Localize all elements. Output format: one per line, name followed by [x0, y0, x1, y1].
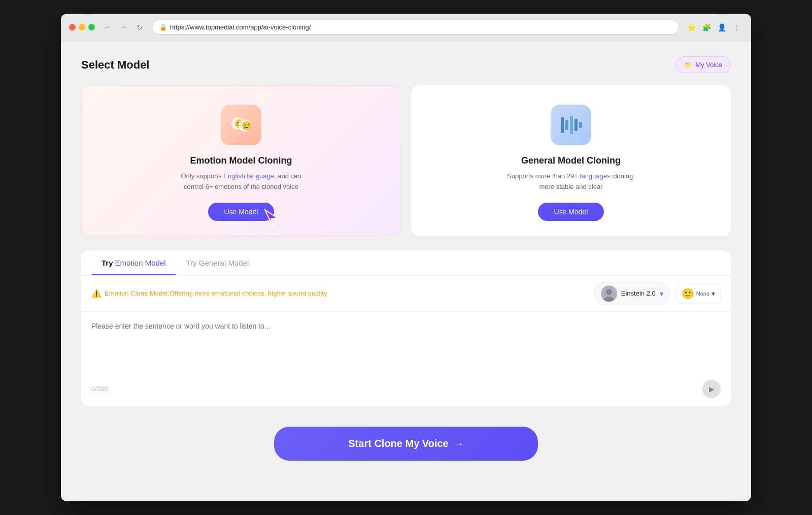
svg-rect-5 [565, 120, 568, 130]
general-tab-label: Try General Model [186, 259, 249, 267]
general-desc-prefix: Supports more than [507, 172, 567, 180]
start-clone-arrow: → [454, 438, 464, 449]
bookmark-icon[interactable]: ⭐ [685, 21, 697, 34]
char-counter: 0/200 [91, 385, 108, 393]
microphone-icon: 📁 [684, 61, 692, 69]
emotion-label: None [696, 291, 709, 297]
text-area-section[interactable] [81, 312, 731, 375]
start-clone-button[interactable]: Start Clone My Voice → [274, 427, 538, 461]
emotion-emoji: 🙂 [682, 287, 694, 300]
traffic-lights [69, 24, 95, 30]
svg-rect-7 [574, 119, 578, 131]
minimize-button[interactable] [79, 24, 85, 30]
svg-rect-4 [561, 117, 564, 133]
general-card-icon [551, 105, 591, 145]
tool-bar: ⚠️ Emotion Clone Model:Offering more emo… [81, 276, 731, 312]
warning-icon: ⚠️ [91, 288, 101, 298]
menu-icon[interactable]: ⋮ [731, 21, 743, 34]
emotion-desc-highlight: English language [223, 172, 274, 180]
general-desc-highlight: 29+ languages [567, 172, 611, 180]
voice-avatar [601, 285, 617, 302]
maximize-button[interactable] [88, 24, 95, 30]
browser-nav: ← → ↻ [101, 21, 146, 34]
emotion-selector[interactable]: 🙂 None ▾ [676, 284, 721, 303]
emotion-card-title: Emotion Model Cloning [190, 155, 292, 166]
profile-icon[interactable]: 👤 [716, 21, 728, 34]
emotion-use-model-button[interactable]: Use Model [208, 203, 275, 221]
svg-point-10 [606, 289, 612, 295]
page-title: Select Model [81, 58, 149, 72]
browser-actions: ⭐ 🧩 👤 ⋮ [685, 21, 743, 34]
emotion-card-desc: Only supports English language, and can … [175, 171, 307, 192]
bottom-action: Start Clone My Voice → [81, 416, 731, 466]
general-card-desc: Supports more than 29+ languages cloning… [505, 171, 637, 192]
model-cards: 😊 😢 Emotion Model Cloning Only supports … [81, 85, 731, 236]
tabs-header: Try Emotion Model Try General Model [81, 250, 731, 276]
emotion-dropdown-icon: ▾ [712, 289, 715, 298]
emotion-tab-name: Emotion Model [115, 259, 166, 267]
svg-text:😢: 😢 [242, 121, 252, 131]
page-content: Select Model 📁 My Voice 😊 😢 [61, 41, 751, 501]
lock-icon: 🔒 [159, 24, 167, 31]
my-voice-button[interactable]: 📁 My Voice [675, 56, 731, 73]
emotion-card-icon: 😊 😢 [221, 105, 261, 145]
close-button[interactable] [69, 24, 76, 30]
voice-selector[interactable]: Einstein 2.0 ▾ [594, 282, 670, 305]
back-button[interactable]: ← [101, 21, 113, 34]
tabs-body: ⚠️ Emotion Clone Model:Offering more emo… [81, 276, 731, 406]
general-model-tab[interactable]: Try General Model [176, 250, 259, 275]
emotion-use-model-container: Use Model [208, 203, 275, 221]
emotion-model-card[interactable]: 😊 😢 Emotion Model Cloning Only supports … [81, 85, 401, 236]
page-header: Select Model 📁 My Voice [81, 56, 731, 73]
svg-rect-8 [579, 122, 582, 128]
play-button[interactable]: ▶ [702, 380, 721, 398]
refresh-button[interactable]: ↻ [133, 21, 146, 34]
char-counter-row: 0/200 ▶ [81, 375, 731, 406]
try-emotion-label: Try [101, 259, 113, 267]
text-input[interactable] [91, 322, 721, 363]
tabs-section: Try Emotion Model Try General Model ⚠️ E… [81, 250, 731, 406]
start-clone-label: Start Clone My Voice [348, 438, 448, 449]
general-card-title: General Model Cloning [521, 155, 621, 166]
info-badge: ⚠️ Emotion Clone Model:Offering more emo… [91, 288, 588, 298]
browser-window: ← → ↻ 🔒 https://www.topmediai.com/app/ai… [61, 14, 751, 501]
address-bar[interactable]: 🔒 https://www.topmediai.com/app/ai-voice… [152, 20, 679, 35]
general-use-model-button[interactable]: Use Model [538, 203, 604, 221]
url-text: https://www.topmediai.com/app/ai-voice-c… [170, 23, 671, 31]
forward-button[interactable]: → [117, 21, 129, 34]
voice-name: Einstein 2.0 [621, 289, 656, 297]
voice-dropdown-icon: ▾ [660, 289, 663, 298]
browser-titlebar: ← → ↻ 🔒 https://www.topmediai.com/app/ai… [61, 14, 751, 41]
emotion-desc-prefix: Only supports [181, 172, 223, 180]
emotion-model-tab[interactable]: Try Emotion Model [91, 250, 176, 275]
general-model-card[interactable]: General Model Cloning Supports more than… [411, 85, 731, 236]
svg-rect-6 [570, 116, 573, 134]
info-text: Emotion Clone Model:Offering more emotio… [105, 289, 327, 297]
my-voice-label: My Voice [695, 61, 722, 69]
extensions-icon[interactable]: 🧩 [700, 21, 713, 34]
